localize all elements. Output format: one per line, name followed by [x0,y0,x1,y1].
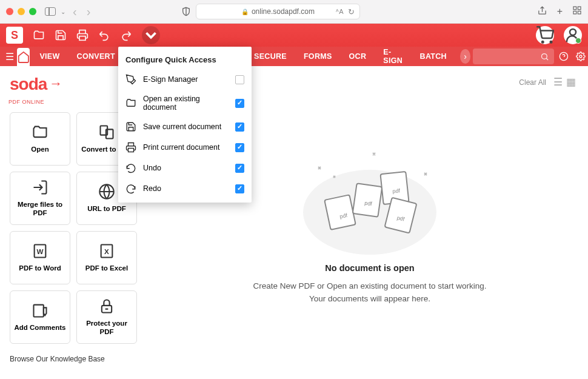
card-label: PDF to Excel [85,264,128,273]
tab-convert[interactable]: CONVERT [70,47,122,66]
qa-option-label: Save current document [143,122,229,131]
empty-state: pdf pdf pdf pdf No document is open Crea… [242,139,497,306]
qa-option-redo[interactable]: Redo [118,178,252,199]
close-window-icon[interactable] [6,8,13,15]
tab-forms[interactable]: FORMS [296,47,339,66]
action-card-merge[interactable]: Merge files to PDF [10,172,70,225]
convert-icon [98,124,115,141]
dropdown-arrow-icon[interactable]: ⌄ [61,8,65,15]
redo-icon [125,183,136,194]
quick-access-config-menu: Configure Quick Access E-Sign ManagerOpe… [118,47,252,203]
address-bar[interactable]: 🔒 online.sodapdf.com ᴬA ↻ [196,4,359,19]
empty-state-illustration: pdf pdf pdf pdf [291,139,449,255]
checkbox[interactable] [235,184,244,193]
merge-icon [32,179,48,196]
clear-all-button[interactable]: Clear All [519,78,546,87]
search-input[interactable] [473,49,554,64]
account-button[interactable] [564,26,582,44]
tab-esign[interactable]: E-SIGN [376,47,410,66]
minimize-window-icon[interactable] [18,8,25,15]
save-file-icon[interactable] [55,29,67,41]
folder-icon [125,98,136,109]
list-view-icon[interactable]: ☰ [553,76,563,89]
tab-view[interactable]: VIEW [32,47,67,66]
svg-point-6 [550,41,552,43]
undo-icon[interactable] [98,29,110,41]
maximize-window-icon[interactable] [29,8,36,15]
tab-batch[interactable]: BATCH [413,47,454,66]
card-label: Merge files to PDF [14,201,66,218]
checkbox[interactable] [235,122,244,132]
qa-option-label: Undo [143,164,229,172]
svg-point-7 [570,29,576,35]
action-card-folder[interactable]: Open [10,112,70,166]
tabs-scroll-right-icon[interactable]: › [460,49,470,64]
grid-view-icon[interactable]: ▦ [566,76,576,89]
card-label: Protect your PDF [81,320,133,337]
redo-icon[interactable] [120,29,132,41]
action-card-lock[interactable]: Protect your PDF [76,290,137,344]
lock-icon: 🔒 [241,8,249,15]
lock-icon [98,298,115,315]
checkbox[interactable] [235,75,244,84]
checkbox[interactable] [235,164,244,173]
qa-option-label: Open an existing document [143,95,229,112]
qa-option-pen[interactable]: E-Sign Manager [118,69,252,90]
nav-forward-icon[interactable]: › [84,5,93,19]
hamburger-menu-icon[interactable]: ☰ [5,50,15,63]
comment-icon [32,302,48,319]
tab-ocr[interactable]: OCR [342,47,374,66]
svg-point-5 [542,41,544,43]
share-icon[interactable] [537,5,547,18]
card-label: PDF to Word [19,264,61,273]
empty-state-line2: Your documents will appear here. [242,293,497,306]
quick-access-dropdown[interactable] [142,26,160,44]
action-card-comment[interactable]: Add Comments [10,290,70,344]
nav-back-icon[interactable]: ‹ [70,5,79,19]
qa-option-folder[interactable]: Open an existing document [118,90,252,116]
card-label: Add Comments [15,324,66,332]
brand-name: soda [10,75,47,94]
privacy-shield-icon[interactable] [181,7,191,16]
qa-option-undo[interactable]: Undo [118,158,252,178]
reader-mode-icon[interactable]: ᴬA [336,8,343,16]
url-text: online.sodapdf.com [252,7,315,16]
svg-point-10 [580,55,582,58]
checkbox[interactable] [235,99,244,108]
quick-access-toolbar: S [0,24,588,47]
card-label: Open [31,146,48,154]
qa-option-save[interactable]: Save current document [118,116,252,137]
empty-state-line1: Create New PDF or Open an existing docum… [242,280,497,293]
empty-state-title: No document is open [242,263,497,273]
action-card-word[interactable]: WPDF to Word [10,231,70,284]
cart-button[interactable] [536,26,554,44]
reload-icon[interactable]: ↻ [348,7,355,16]
globe-icon [98,183,115,200]
print-icon[interactable] [76,29,89,41]
ribbon-tabs: ☰ VIEW CONVERT ED SECURE FORMS OCR E-SIG… [0,47,588,66]
folder-icon [32,124,48,141]
help-icon[interactable] [559,50,569,63]
action-card-excel[interactable]: XPDF to Excel [76,231,137,284]
tab-overview-icon[interactable] [572,5,582,18]
home-tab[interactable] [17,48,30,66]
checkbox[interactable] [235,143,244,152]
window-controls [6,8,36,15]
sidebar-toggle-icon[interactable] [45,7,56,16]
word-icon: W [32,243,48,260]
card-label: URL to PDF [87,205,126,213]
tab-secure[interactable]: SECURE [247,47,294,66]
settings-icon[interactable] [576,50,586,63]
svg-text:W: W [36,247,43,255]
browser-toolbar: ⌄ ‹ › 🔒 online.sodapdf.com ᴬA ↻ + [0,0,588,24]
excel-icon: X [98,243,115,260]
svg-rect-1 [578,7,581,10]
qa-option-label: Print current document [143,143,229,152]
knowledge-base-link[interactable]: Browse Our Knowledge Base [10,355,142,363]
open-file-icon[interactable] [33,29,45,41]
svg-rect-2 [573,11,576,14]
svg-point-8 [542,53,547,59]
new-tab-icon[interactable]: + [557,6,563,17]
qa-option-print[interactable]: Print current document [118,137,252,158]
app-logo-icon[interactable]: S [6,27,23,44]
